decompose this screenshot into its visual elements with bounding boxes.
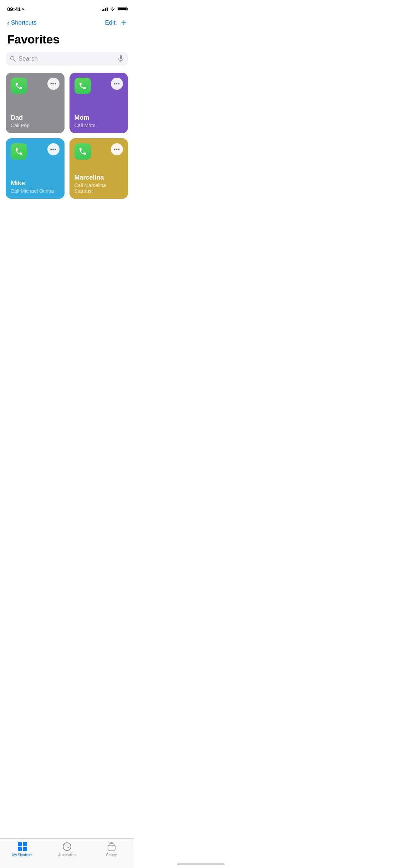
card-top-marcelina: ••• bbox=[74, 143, 123, 160]
more-dots-icon: ••• bbox=[50, 81, 57, 86]
phone-icon-mom bbox=[74, 78, 91, 94]
svg-line-1 bbox=[14, 60, 15, 61]
signal-icon bbox=[102, 7, 108, 11]
status-bar: 09:41 ➤ bbox=[0, 0, 134, 16]
back-label[interactable]: Shortcuts bbox=[11, 19, 37, 26]
nav-actions: Edit + bbox=[105, 17, 127, 28]
phone-svg bbox=[15, 82, 23, 90]
phone-icon-marcelina bbox=[74, 143, 91, 160]
card-bottom-mom: Mom Call Mom bbox=[74, 114, 123, 128]
status-icons bbox=[102, 7, 127, 11]
card-name-marcelina: Marcelina bbox=[74, 174, 123, 181]
card-subtitle-mom: Call Mom bbox=[74, 123, 123, 128]
back-button[interactable]: ‹ Shortcuts bbox=[7, 19, 36, 27]
search-placeholder[interactable]: Search bbox=[19, 55, 115, 62]
more-button-mom[interactable]: ••• bbox=[111, 78, 123, 90]
search-bar[interactable]: Search bbox=[6, 52, 128, 66]
location-arrow-icon: ➤ bbox=[22, 7, 25, 11]
microphone-icon[interactable] bbox=[118, 55, 124, 62]
card-name-dad: Dad bbox=[11, 114, 60, 122]
phone-icon-dad bbox=[11, 78, 27, 94]
more-dots-icon-mom: ••• bbox=[114, 81, 120, 86]
back-chevron-icon: ‹ bbox=[7, 19, 10, 27]
shortcut-card-dad[interactable]: ••• Dad Call Pop bbox=[6, 73, 65, 133]
search-icon bbox=[10, 56, 16, 62]
battery-icon bbox=[118, 7, 127, 11]
shortcut-card-marcelina[interactable]: ••• Marcelina Call Marcelina Stardust bbox=[70, 138, 128, 199]
more-dots-icon-marcelina: ••• bbox=[114, 147, 120, 152]
card-top-mike: ••• bbox=[11, 143, 60, 160]
shortcut-card-mom[interactable]: ••• Mom Call Mom bbox=[70, 73, 128, 133]
more-button-mike[interactable]: ••• bbox=[47, 143, 60, 155]
svg-rect-2 bbox=[120, 55, 122, 59]
phone-icon-mike bbox=[11, 143, 27, 160]
nav-bar: ‹ Shortcuts Edit + bbox=[0, 16, 134, 31]
card-bottom-dad: Dad Call Pop bbox=[11, 114, 60, 128]
more-dots-icon-mike: ••• bbox=[50, 147, 57, 152]
card-name-mom: Mom bbox=[74, 114, 123, 122]
phone-svg-mom bbox=[78, 82, 87, 90]
status-time: 09:41 ➤ bbox=[7, 6, 25, 12]
phone-svg-mike bbox=[15, 147, 23, 156]
svg-point-0 bbox=[11, 57, 14, 60]
card-subtitle-mike: Call Michael Ochoa bbox=[11, 188, 60, 194]
card-top-mom: ••• bbox=[74, 78, 123, 94]
more-button-dad[interactable]: ••• bbox=[47, 78, 60, 90]
card-subtitle-marcelina: Call Marcelina Stardust bbox=[74, 182, 123, 194]
card-top-dad: ••• bbox=[11, 78, 60, 94]
add-button[interactable]: + bbox=[121, 17, 127, 28]
card-name-mike: Mike bbox=[11, 180, 60, 187]
shortcut-card-mike[interactable]: ••• Mike Call Michael Ochoa bbox=[6, 138, 65, 199]
wifi-icon bbox=[110, 7, 115, 11]
card-bottom-marcelina: Marcelina Call Marcelina Stardust bbox=[74, 174, 123, 194]
content-spacer bbox=[0, 199, 134, 242]
time-display: 09:41 bbox=[7, 6, 21, 12]
phone-svg-marcelina bbox=[78, 147, 87, 156]
edit-button[interactable]: Edit bbox=[105, 19, 115, 26]
shortcuts-grid: ••• Dad Call Pop ••• Mom Call Mom bbox=[0, 73, 134, 199]
page-title: Favorites bbox=[0, 31, 134, 52]
card-bottom-mike: Mike Call Michael Ochoa bbox=[11, 180, 60, 194]
card-subtitle-dad: Call Pop bbox=[11, 123, 60, 128]
more-button-marcelina[interactable]: ••• bbox=[111, 143, 123, 155]
search-container: Search bbox=[0, 52, 134, 73]
